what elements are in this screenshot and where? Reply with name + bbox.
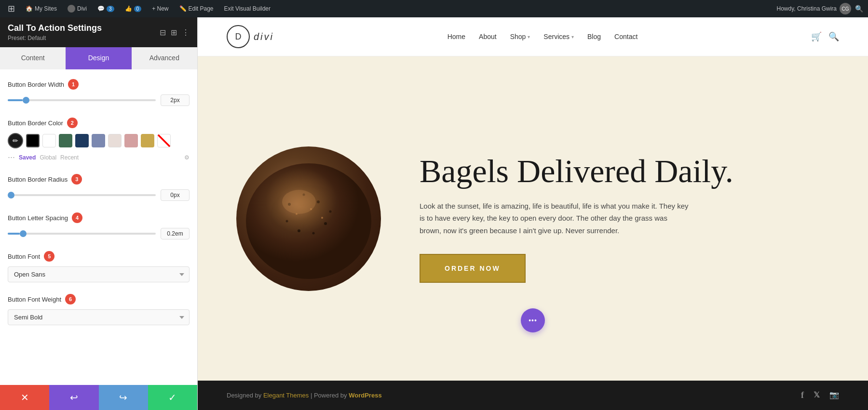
border-radius-value[interactable] (161, 189, 190, 201)
swatch-transparent[interactable] (157, 134, 171, 147)
save-icon: ✓ (168, 392, 176, 403)
border-width-value[interactable] (161, 94, 190, 106)
site-footer: Designed by Elegant Themes | Powered by … (198, 381, 868, 410)
wordpress-link[interactable]: WordPress (349, 392, 381, 399)
redo-button[interactable]: ↪ (99, 385, 148, 410)
color-tab-recent[interactable]: Recent (60, 154, 79, 161)
field-label-6: Button Font Weight (8, 296, 61, 303)
field-header-1: Button Border Width 1 (8, 79, 190, 90)
letter-spacing-value[interactable] (161, 228, 190, 239)
hero-description: Look at the sunset, life is amazing, lif… (420, 200, 690, 237)
nav-shop[interactable]: Shop ▾ (510, 33, 530, 40)
field-button-font: Button Font 5 Open Sans Roboto Lato Mont… (8, 251, 190, 282)
nav-contact[interactable]: Contact (614, 33, 637, 40)
logo-text: divi (254, 31, 274, 42)
tab-design[interactable]: Design (66, 47, 131, 69)
nav-home[interactable]: Home (448, 33, 465, 40)
color-tab-global[interactable]: Global (40, 154, 56, 161)
more-icon[interactable]: ⋮ (182, 28, 190, 37)
settings-content: Button Border Width 1 Button Border Colo… (0, 69, 197, 385)
svg-point-13 (282, 190, 316, 214)
field-button-letter-spacing: Button Letter Spacing 4 (8, 212, 190, 239)
hero-section: Bagels Delivered Daily. Look at the suns… (198, 56, 868, 381)
my-sites-item[interactable]: 🏠 My Sites (23, 5, 60, 12)
color-settings-icon[interactable]: ⚙ (184, 154, 190, 161)
font-select[interactable]: Open Sans Roboto Lato Montserrat Oswald (8, 266, 190, 282)
instagram-icon[interactable]: 📷 (829, 390, 839, 400)
hero-title: Bagels Delivered Daily. (420, 154, 829, 188)
swatch-white[interactable] (42, 134, 56, 147)
services-chevron: ▾ (571, 34, 574, 40)
twitter-icon[interactable]: 𝕏 (814, 390, 820, 400)
elegant-themes-link[interactable]: Elegant Themes (263, 392, 309, 399)
cancel-icon: ✕ (21, 392, 29, 403)
preset-selector[interactable]: Preset: Default (8, 35, 102, 41)
swatch-gold[interactable] (141, 134, 154, 147)
cart-icon[interactable]: 🛒 (811, 31, 822, 42)
swatch-green[interactable] (59, 134, 72, 147)
swatch-rose[interactable] (124, 134, 138, 147)
undo-button[interactable]: ↩ (49, 385, 98, 410)
field-label-3: Button Border Radius (8, 176, 68, 183)
likes-item[interactable]: 👍 0 (122, 5, 145, 12)
slider-thumb-3[interactable] (8, 192, 14, 198)
hero-content: Bagels Delivered Daily. Look at the suns… (420, 154, 829, 283)
color-picker-button[interactable]: ✏ (8, 133, 23, 148)
more-swatches-icon[interactable]: ··· (8, 152, 15, 162)
letter-spacing-slider-row (8, 228, 190, 239)
search-nav-icon[interactable]: 🔍 (828, 31, 839, 42)
slider-thumb-1[interactable] (23, 97, 29, 104)
svg-point-6 (324, 222, 327, 225)
border-width-slider[interactable] (8, 99, 156, 101)
grid-icon[interactable]: ⊞ (171, 28, 177, 37)
facebook-icon[interactable]: f (801, 390, 804, 400)
swatch-black[interactable] (26, 134, 40, 147)
new-label: + New (152, 5, 168, 12)
slider-fill-1 (8, 99, 23, 101)
new-item[interactable]: + New (149, 5, 171, 12)
slider-thumb-4[interactable] (20, 230, 27, 237)
slider-fill-4 (8, 233, 20, 235)
nav-blog[interactable]: Blog (587, 33, 601, 40)
color-swatches: ✏ (8, 133, 190, 148)
svg-point-1 (270, 185, 347, 248)
color-tab-saved[interactable]: Saved (19, 154, 36, 161)
site-logo: D divi (227, 25, 274, 48)
wordpress-logo[interactable]: ⊞ (5, 3, 18, 14)
howdy-label: Howdy, Christina Gwira (777, 5, 837, 12)
tab-advanced[interactable]: Advanced (132, 47, 197, 69)
step-badge-1: 1 (68, 79, 79, 90)
minimize-icon[interactable]: ⊟ (160, 28, 166, 37)
color-tab-row: ··· Saved Global Recent ⚙ (8, 152, 190, 162)
nav-services[interactable]: Services ▾ (543, 33, 574, 40)
swatch-cream[interactable] (108, 134, 122, 147)
comments-item[interactable]: 💬 3 (95, 5, 117, 12)
save-button[interactable]: ✓ (148, 385, 197, 410)
swatch-navy[interactable] (75, 134, 89, 147)
font-weight-select[interactable]: Thin Light Regular Semi Bold Bold Extra … (8, 309, 190, 325)
border-radius-slider[interactable] (8, 194, 156, 196)
field-button-border-color: Button Border Color 2 ✏ ··· (8, 118, 190, 162)
cancel-button[interactable]: ✕ (0, 385, 49, 410)
tab-content[interactable]: Content (0, 47, 66, 69)
letter-spacing-slider[interactable] (8, 233, 156, 235)
hero-cta-button[interactable]: ORDER NOW (420, 254, 526, 283)
pencil-icon: ✏️ (179, 5, 187, 12)
swatch-slate[interactable] (92, 134, 105, 147)
settings-tabs: Content Design Advanced (0, 47, 197, 69)
hero-image-container (227, 137, 391, 301)
user-avatar: CG (840, 3, 851, 14)
user-greeting[interactable]: Howdy, Christina Gwira CG (777, 3, 851, 14)
svg-point-7 (312, 232, 315, 234)
edit-page-label: Edit Page (189, 5, 214, 12)
field-header-3: Button Border Radius 3 (8, 174, 190, 185)
admin-bar: ⊞ 🏠 My Sites Divi 💬 3 👍 0 + New ✏️ Edit … (0, 0, 868, 17)
bagel-svg (236, 146, 381, 291)
edit-page-item[interactable]: ✏️ Edit Page (176, 5, 217, 12)
nav-about[interactable]: About (479, 33, 497, 40)
search-icon[interactable]: 🔍 (855, 5, 863, 13)
divi-circle-icon (68, 5, 75, 13)
fab-button[interactable]: ••• (521, 308, 545, 332)
divi-item[interactable]: Divi (65, 5, 90, 13)
exit-builder-item[interactable]: Exit Visual Builder (221, 5, 274, 12)
